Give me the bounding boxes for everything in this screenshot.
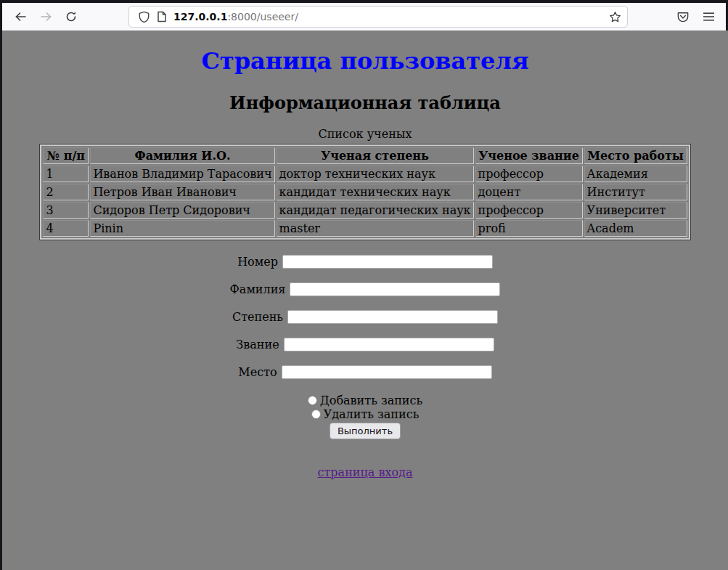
- reload-icon[interactable]: [65, 10, 78, 23]
- table-cell: доцент: [475, 184, 583, 200]
- delete-record-label: Удалить запись: [324, 407, 420, 421]
- table-cell: Pinin: [90, 220, 274, 237]
- degree-input[interactable]: [287, 310, 498, 324]
- url-text: 127.0.0.1:8000/useeer/: [173, 11, 602, 23]
- table-cell: Академия: [584, 166, 687, 182]
- table-cell: Институт: [584, 184, 687, 200]
- table-cell: профессор: [475, 202, 583, 219]
- table-cell: profi: [475, 220, 583, 237]
- radio-row-add: Добавить запись: [2, 394, 728, 407]
- add-record-label: Добавить запись: [320, 394, 422, 407]
- delete-record-radio[interactable]: [311, 410, 321, 419]
- record-form: Номер Фамилия Степень Звание Место Добав…: [2, 255, 728, 439]
- table-cell: кандидат технических наук: [277, 184, 474, 200]
- table-cell: Петров Иван Иванович: [90, 184, 274, 200]
- page-subtitle: Информационная таблица: [2, 93, 728, 113]
- action-radio-group: Добавить запись Удалить запись: [2, 394, 728, 421]
- url-domain: 127.0.0.1: [173, 11, 227, 23]
- page-content: Страница пользователя Информационная таб…: [2, 30, 728, 570]
- table-row: 2 Петров Иван Иванович кандидат техничес…: [43, 184, 687, 200]
- table-cell: 1: [43, 166, 89, 182]
- form-row-number: Номер: [2, 255, 728, 269]
- form-row-place: Место: [2, 365, 728, 379]
- table-cell: Academ: [584, 220, 687, 237]
- radio-row-delete: Удалить запись: [2, 407, 728, 421]
- execute-button[interactable]: Выполнить: [330, 423, 401, 439]
- form-row-rank: Звание: [2, 338, 728, 351]
- scientists-table-wrapper: № п/п Фамилия И.О. Ученая степень Ученое…: [39, 144, 690, 240]
- place-label: Место: [238, 365, 277, 379]
- toolbar-right-icons: [676, 10, 726, 23]
- place-input[interactable]: [282, 365, 492, 379]
- degree-label: Степень: [232, 310, 283, 324]
- table-header-row: № п/п Фамилия И.О. Ученая степень Ученое…: [43, 147, 687, 164]
- table-row: 1 Иванов Владимир Тарасович доктор техни…: [43, 166, 687, 182]
- form-row-degree: Степень: [2, 310, 728, 324]
- login-page-link[interactable]: страница входа: [318, 465, 413, 479]
- url-path: :8000/useeer/: [227, 11, 298, 23]
- page-title: Страница пользователя: [2, 47, 728, 75]
- url-bar[interactable]: 127.0.0.1:8000/useeer/: [128, 6, 628, 28]
- scientists-table: № п/п Фамилия И.О. Ученая степень Ученое…: [40, 144, 690, 240]
- table-cell: 3: [43, 202, 89, 219]
- table-header-cell: № п/п: [43, 147, 89, 164]
- shield-icon[interactable]: [138, 11, 150, 23]
- number-label: Номер: [237, 255, 278, 269]
- number-input[interactable]: [282, 255, 493, 269]
- table-row: 4 Pinin master profi Academ: [43, 220, 687, 237]
- menu-icon[interactable]: [702, 10, 715, 23]
- table-row: 3 Сидоров Петр Сидорович кандидат педаго…: [43, 202, 687, 219]
- bookmark-star-icon[interactable]: [608, 10, 621, 23]
- table-header-cell: Ученая степень: [277, 147, 474, 164]
- table-cell: профессор: [475, 166, 583, 182]
- table-header-cell: Место работы: [584, 147, 687, 164]
- browser-toolbar: 127.0.0.1:8000/useeer/: [2, 3, 726, 30]
- surname-input[interactable]: [290, 282, 500, 296]
- rank-label: Звание: [236, 338, 279, 351]
- forward-icon[interactable]: [39, 10, 52, 23]
- table-cell: 4: [43, 220, 89, 237]
- rank-input[interactable]: [284, 338, 494, 351]
- table-cell: 2: [43, 184, 89, 200]
- table-cell: кандидат педагогических наук: [277, 202, 474, 219]
- table-cell: Иванов Владимир Тарасович: [90, 166, 274, 182]
- nav-button-group: [2, 10, 128, 23]
- table-cell: доктор технических наук: [277, 166, 474, 182]
- table-caption: Список ученых: [2, 127, 728, 141]
- page-info-icon[interactable]: [157, 11, 167, 23]
- form-row-surname: Фамилия: [2, 282, 728, 296]
- table-header-cell: Фамилия И.О.: [90, 147, 274, 164]
- table-cell: Сидоров Петр Сидорович: [90, 202, 274, 219]
- pocket-icon[interactable]: [676, 10, 690, 23]
- back-icon[interactable]: [14, 10, 27, 23]
- surname-label: Фамилия: [230, 282, 286, 296]
- table-cell: master: [277, 220, 474, 237]
- add-record-radio[interactable]: [308, 396, 317, 405]
- table-header-cell: Ученое звание: [475, 147, 583, 164]
- table-cell: Университет: [584, 202, 687, 219]
